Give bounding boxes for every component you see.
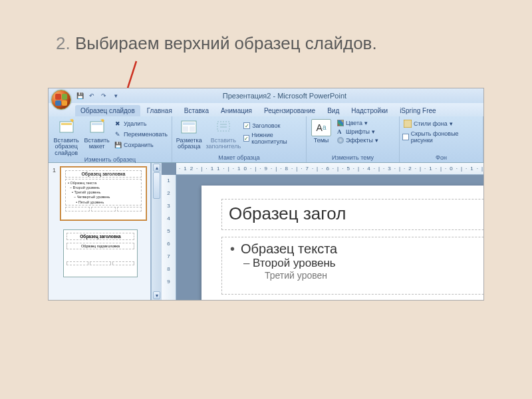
ribbon-tabs: Образец слайдов Главная Вставка Анимация… (49, 103, 483, 116)
save-icon: 💾 (114, 141, 122, 149)
svg-rect-9 (183, 122, 195, 125)
master-layout-button[interactable]: Разметка образца (175, 118, 203, 150)
thumbnails-scrollbar[interactable]: ▴ ▾ (151, 163, 162, 300)
svg-rect-10 (183, 126, 188, 132)
qat-save-icon[interactable]: 💾 (75, 91, 84, 100)
group-label-master-layout: Макет образца (175, 154, 303, 162)
layout-thumb-title: Образец заголовка (66, 233, 134, 240)
quick-access-toolbar: 💾 ↶ ↷ ▾ (75, 91, 120, 100)
fonts-button[interactable]: AШрифты ▾ (336, 128, 380, 136)
svg-rect-3 (61, 123, 72, 125)
slide-master-thumbnail[interactable]: Образец заголовка • Образец текста – Вто… (61, 167, 146, 220)
master-thumb-body: • Образец текста – Второй уровень • Трет… (65, 179, 142, 205)
insert-placeholder-icon (215, 119, 232, 136)
svg-rect-12 (217, 122, 229, 131)
body-level2: Второй уровень (229, 257, 483, 270)
insert-layout-label: Вставить макет (84, 138, 110, 150)
delete-icon: ✖ (114, 120, 122, 128)
qat-redo-icon[interactable]: ↷ (99, 91, 108, 100)
colors-icon (337, 120, 344, 126)
slide-thumbnails-pane: 1 Образец заголовка • Образец текста – В… (49, 163, 151, 300)
ribbon-group-edit-master: Вставить образец слайдов Вставить макет … (49, 116, 172, 162)
scroll-down-icon[interactable]: ▾ (153, 291, 160, 299)
svg-rect-11 (190, 126, 195, 132)
tab-slide-master[interactable]: Образец слайдов (75, 105, 140, 116)
insert-layout-button[interactable]: Вставить макет (84, 118, 110, 150)
hide-bg-checkbox[interactable]: Скрыть фоновые рисунки (402, 130, 480, 144)
delete-button[interactable]: ✖Удалить (112, 119, 169, 128)
powerpoint-window: 💾 ↶ ↷ ▾ Презентация2 - Microsoft PowerPo… (48, 88, 484, 301)
master-index: 1 (53, 167, 58, 220)
body-level1: Образец текста (229, 241, 483, 257)
colors-button[interactable]: Цвета ▾ (336, 119, 380, 127)
tab-view[interactable]: Вид (322, 105, 344, 116)
window-title: Презентация2 - Microsoft PowerPoint (223, 92, 346, 100)
title-bar: 💾 ↶ ↷ ▾ Презентация2 - Microsoft PowerPo… (49, 88, 483, 103)
instruction-text: 2. Выбираем верхний образец слайдов. (56, 33, 377, 54)
master-layout-label: Разметка образца (175, 138, 203, 150)
insert-placeholder-label: Вставить заполнитель (205, 138, 241, 150)
tab-ispring[interactable]: iSpring Free (394, 105, 441, 116)
effects-icon (337, 137, 344, 144)
insert-layout-icon (88, 119, 106, 136)
content-placeholder[interactable]: Образец текста Второй уровень Третий уро… (221, 237, 483, 295)
rename-icon: ✎ (114, 130, 122, 138)
vertical-ruler: 123 456 789 (162, 175, 176, 300)
ribbon-group-master-layout: Разметка образца Вставить заполнитель ✓З… (172, 116, 307, 162)
footers-checkbox[interactable]: ✓Нижние колонтитулы (243, 131, 303, 146)
instruction-body: Выбираем верхний образец слайдов. (75, 33, 377, 53)
master-layout-icon (180, 119, 198, 136)
fonts-icon: A (337, 128, 344, 135)
effects-button[interactable]: Эффекты ▾ (336, 136, 380, 144)
title-checkbox[interactable]: ✓Заголовок (243, 122, 303, 130)
master-thumb-title: Образец заголовка (65, 170, 142, 178)
tab-review[interactable]: Рецензирование (259, 105, 321, 116)
title-placeholder-text: Образец загол (229, 203, 483, 224)
insert-slide-master-label: Вставить образец слайдов (51, 138, 81, 156)
ribbon: Вставить образец слайдов Вставить макет … (49, 116, 483, 163)
body-level3: Третий уровен (229, 270, 483, 281)
ribbon-group-background: Стили фона ▾ Скрыть фоновые рисунки Фон (400, 116, 483, 162)
office-button[interactable] (51, 90, 71, 110)
tab-home[interactable]: Главная (142, 105, 178, 116)
tab-animation[interactable]: Анимация (215, 105, 257, 116)
svg-rect-6 (92, 123, 102, 125)
themes-button[interactable]: Aa Темы (309, 118, 333, 144)
group-label-background: Фон (402, 154, 480, 162)
qat-dropdown-icon[interactable]: ▾ (111, 91, 120, 100)
qat-undo-icon[interactable]: ↶ (87, 91, 96, 100)
instruction-number: 2. (56, 33, 70, 53)
outer-slide: 2. Выбираем верхний образец слайдов. 💾 ↶… (0, 0, 532, 399)
bg-styles-button[interactable]: Стили фона ▾ (402, 119, 480, 128)
scrollbar-thumb[interactable] (153, 172, 160, 199)
slide-canvas[interactable]: Образец загол Образец текста Второй уров… (201, 186, 483, 300)
work-area: 1 Образец заголовка • Образец текста – В… (49, 163, 483, 300)
tab-insert[interactable]: Вставка (179, 105, 214, 116)
themes-label: Темы (314, 138, 329, 144)
bg-styles-icon (404, 120, 412, 128)
horizontal-ruler: ·12·|·11·|·10·|·9·|·8·|·7·|·6·|·5·|·4·|·… (176, 163, 483, 175)
save-master-button[interactable]: 💾Сохранить (112, 140, 169, 150)
ribbon-group-edit-theme: Aa Темы Цвета ▾ AШрифты ▾ Эффекты ▾ Изме… (307, 116, 400, 162)
group-label-edit-theme: Изменить тему (309, 154, 396, 162)
insert-placeholder-button[interactable]: Вставить заполнитель (205, 118, 241, 150)
scroll-up-icon[interactable]: ▴ (153, 164, 160, 172)
layout-thumbnail[interactable]: Образец заголовка Образец подзаголовка (63, 229, 138, 277)
themes-icon: Aa (311, 119, 331, 136)
svg-rect-15 (404, 120, 412, 128)
insert-slide-master-icon (58, 119, 75, 136)
rename-button[interactable]: ✎Переименовать (112, 130, 169, 139)
tab-addins[interactable]: Надстройки (346, 105, 393, 116)
insert-slide-master-button[interactable]: Вставить образец слайдов (51, 118, 81, 156)
layout-thumb-subtitle: Образец подзаголовка (66, 243, 134, 249)
title-placeholder[interactable]: Образец загол (221, 199, 483, 230)
slide-editor: ·12·|·11·|·10·|·9·|·8·|·7·|·6·|·5·|·4·|·… (162, 163, 483, 300)
